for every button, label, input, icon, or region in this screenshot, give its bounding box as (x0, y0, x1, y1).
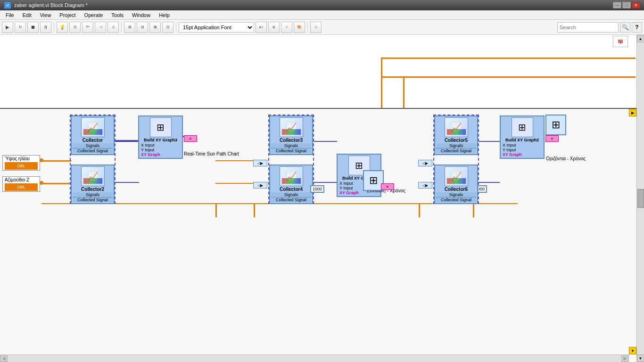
conn-block1: ◁▶ (253, 182, 267, 189)
node-height (40, 158, 43, 162)
color-btn[interactable]: 🎨 (294, 22, 305, 33)
resize-button[interactable]: ⊡ (162, 22, 173, 33)
collector3-collected: Collected Signal (271, 148, 311, 153)
highlight-button[interactable]: 💡 (57, 22, 68, 33)
collector1-signals: Signals (73, 143, 113, 148)
maximize-button[interactable]: □ (622, 2, 631, 8)
pink-conn1: ≡ (184, 135, 197, 142)
menu-edit[interactable]: Edit (19, 11, 35, 19)
top-white-area (0, 35, 636, 108)
menu-window[interactable]: Window (128, 11, 154, 19)
collector6-signals: Signals (436, 192, 476, 197)
scroll-left-button[interactable]: ◁ (0, 355, 8, 362)
search-input[interactable] (557, 22, 619, 33)
wire-h-input1 (41, 160, 72, 161)
bottom-scrollbar[interactable]: ◁ ▷ (0, 354, 629, 362)
step-into-button[interactable]: ⊢ (82, 22, 93, 33)
close-button[interactable]: ✕ (632, 2, 640, 8)
collector4-collected: Collected Signal (271, 197, 311, 202)
menu-view[interactable]: View (36, 11, 55, 19)
height-label-text: Ύψος ηλίου (5, 156, 38, 161)
abort-button[interactable]: ⏹ (27, 22, 39, 33)
help-button[interactable]: ? (632, 22, 642, 33)
font-italic-btn[interactable]: I (281, 22, 292, 33)
xy-graph3-icon: ⊞ (150, 117, 172, 137)
collector1-icon: 📈 (81, 117, 105, 137)
collector2-icon: 📈 (81, 166, 105, 186)
height-label-box: Ύψος ηλίου DBL (2, 155, 40, 171)
xy-graph3-yinput: Y Input (140, 148, 181, 152)
ni-logo: NI (613, 36, 628, 47)
font-bold-btn[interactable]: B (268, 22, 280, 33)
app-icon: vi (4, 1, 11, 9)
collector6-block: 📈 Collector6 Signals Collected Signal (434, 165, 478, 204)
pink-conn2: ≡ (381, 183, 394, 190)
menu-tools[interactable]: Tools (107, 11, 127, 19)
step-over-button[interactable]: ⊡ (69, 22, 81, 33)
node-azimuth (40, 181, 43, 185)
main-area: NI Ύψος ηλίου DBL Αζιμούθιο Z DBL (0, 35, 644, 362)
wire-v-drop1 (381, 58, 382, 108)
scroll-down-button[interactable]: ▼ (637, 354, 644, 362)
orizontia-label: Οριζόντια - Χρόνος (546, 156, 586, 161)
separator4 (307, 22, 308, 33)
font-size-btn[interactable]: A↕ (256, 22, 267, 33)
run-arrow-button[interactable]: ▶ (2, 22, 13, 33)
collector3-signals: Signals (271, 143, 311, 148)
collector5-block: 📈 Collector5 Signals Collected Signal (434, 115, 478, 155)
scrollbar-track-h[interactable] (8, 355, 621, 362)
menu-bar: File Edit View Project Operate Tools Win… (0, 10, 644, 20)
separator3 (176, 22, 176, 33)
collector3-block: 📈 Collector3 Signals Collected Signal (269, 115, 313, 155)
conn-block4: ◁▶ (418, 182, 432, 189)
azimuth-label-text: Αζιμούθιο Z (5, 177, 38, 182)
xy-graph2-block: ⊞ Build XY Graph2 X Input Y Input XY Gra… (500, 115, 545, 159)
menu-operate[interactable]: Operate (81, 11, 107, 19)
toolbar: ▶ ↻ ⏹ ⏸ 💡 ⊡ ⊢ ⊣ ⚠ ⊞ ⊟ ⊠ ⊡ 15pt Applicati… (0, 20, 644, 35)
xy2-output-icon: ⊞ (545, 115, 566, 135)
chart-label: Real-Time Sun Path Chart (184, 151, 239, 156)
warn-button[interactable]: ⚠ (107, 22, 119, 33)
collector3-label: Collector3 (280, 138, 303, 143)
collector6-label: Collector6 (445, 187, 468, 192)
window-controls: — □ ✕ (613, 2, 640, 8)
collector1-block: 📈 Collector Signals Collected Signal (71, 115, 115, 155)
collector5-signals: Signals (436, 143, 476, 148)
collector2-label: Collector2 (81, 187, 104, 192)
wire-v-bottom3 (419, 203, 420, 217)
wire-v-drop2 (403, 76, 405, 108)
collector1-label: Collector (83, 138, 103, 143)
corner-indicator-bottom: ▼ (629, 347, 636, 354)
distribute-button[interactable]: ⊠ (149, 22, 161, 33)
scrollbar-thumb[interactable] (637, 189, 644, 208)
diagram-area[interactable]: Ύψος ηλίου DBL Αζιμούθιο Z DBL 📈 Collect… (0, 108, 636, 362)
conn-block2: ◁▶ (253, 160, 267, 166)
align-button[interactable]: ⊟ (137, 22, 148, 33)
snap-btn[interactable]: ⊹ (310, 22, 322, 33)
context-help-button[interactable]: ⊞ (124, 22, 135, 33)
menu-help[interactable]: Help (155, 11, 173, 19)
run-continuously-button[interactable]: ↻ (15, 22, 26, 33)
xy-graph2-xygraph: XY Graph (502, 152, 543, 157)
scroll-up-button[interactable]: ▲ (637, 35, 644, 42)
wire-v-bottom1 (215, 203, 217, 217)
scrollbar-right: ▲ ▼ (636, 35, 644, 362)
step-out-button[interactable]: ⊣ (95, 22, 106, 33)
wire-c5-xy2 (479, 141, 500, 142)
menu-file[interactable]: File (2, 11, 18, 19)
font-selector[interactable]: 15pt Application Font (179, 22, 254, 33)
minimize-button[interactable]: — (613, 2, 621, 8)
search-button[interactable]: 🔍 (620, 22, 630, 33)
xy-graph3-xinput: X Input (140, 143, 181, 148)
pink-conn3: ≡ (545, 135, 559, 142)
diagram-canvas[interactable]: NI Ύψος ηλίου DBL Αζιμούθιο Z DBL (0, 35, 636, 362)
wire-h-mid2 (215, 183, 254, 184)
menu-project[interactable]: Project (56, 11, 79, 19)
azimuth-value-box: DBL (5, 183, 38, 191)
xy-graph3-block: ⊞ Build XY Graph3 X Input Y Input XY Gra… (138, 115, 183, 159)
pause-button[interactable]: ⏸ (40, 22, 51, 33)
corner-indicator-top: ▶ (629, 109, 636, 116)
separator1 (54, 22, 54, 33)
xy-graph3-label: Build XY Graph3 (140, 138, 181, 142)
scroll-right-button[interactable]: ▷ (621, 355, 629, 362)
